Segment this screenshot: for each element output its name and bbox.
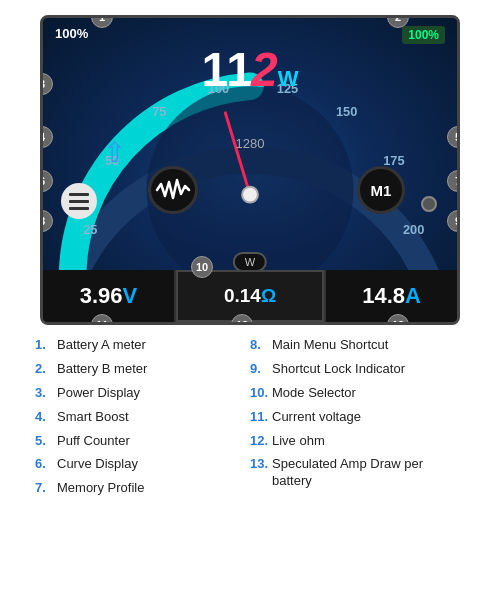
device-display: 25 50 75 100 125 150 175 200 0 100% 100%… [40,15,460,325]
labels-right-column: 8.Main Menu Shortcut9.Shortcut Lock Indi… [250,337,465,504]
label-text: Speculated Amp Draw per battery [272,456,465,490]
mode-selector[interactable]: W [233,252,267,272]
label-item-right-10: 10.Mode Selector [250,385,465,402]
ohm-unit: Ω [261,285,276,307]
shortcut-lock-indicator [421,196,437,212]
svg-text:75: 75 [152,104,166,119]
label-text: Live ohm [272,433,325,450]
svg-point-11 [242,187,258,203]
voltage-display: 3.96V [43,270,174,322]
memory-profile-button[interactable]: M1 [357,166,405,214]
battery-b-value: 100% [408,28,439,42]
battery-b-display: 100% [402,26,445,44]
label-text: Battery B meter [57,361,147,378]
label-item-left-4: 4.Smart Boost [35,409,250,426]
watt-lightning: 2 [251,46,276,94]
label-item-right-11: 11.Current voltage [250,409,465,426]
label-text: Shortcut Lock Indicator [272,361,405,378]
label-text: Puff Counter [57,433,130,450]
watt-unit: W [278,66,299,92]
ohm-display: 0.14Ω [176,270,324,322]
label-text: Mode Selector [272,385,356,402]
label-item-left-7: 7.Memory Profile [35,480,250,497]
label-number: 5. [35,433,57,450]
amp-display: 14.8A [326,270,457,322]
menu-line-2 [69,200,89,203]
label-item-right-9: 9.Shortcut Lock Indicator [250,361,465,378]
label-number: 9. [250,361,272,378]
label-item-left-6: 6.Curve Display [35,456,250,473]
label-item-left-3: 3.Power Display [35,385,250,402]
label-text: Power Display [57,385,140,402]
label-item-left-5: 5.Puff Counter [35,433,250,450]
main-menu-shortcut-button[interactable] [61,183,97,219]
label-text: Main Menu Shortcut [272,337,388,354]
label-number: 3. [35,385,57,402]
amp-value: 14.8 [362,283,405,309]
label-number: 8. [250,337,272,354]
voltage-unit: V [123,283,138,309]
labels-left-column: 1.Battery A meter2.Battery B meter3.Powe… [35,337,250,504]
label-text: Current voltage [272,409,361,426]
curve-display-button[interactable] [148,166,198,214]
wave-icon [155,176,191,204]
voltage-value: 3.96 [80,283,123,309]
svg-text:200: 200 [403,222,424,237]
label-text: Memory Profile [57,480,144,497]
puff-count-value: 1280 [236,136,265,151]
label-number: 6. [35,456,57,473]
battery-a-value: 100% [55,26,88,41]
label-item-right-12: 12.Live ohm [250,433,465,450]
label-text: Battery A meter [57,337,146,354]
label-number: 13. [250,456,272,473]
label-text: Smart Boost [57,409,129,426]
puff-counter-display: 1280 [236,136,265,151]
label-number: 1. [35,337,57,354]
svg-text:150: 150 [336,104,357,119]
label-item-left-1: 1.Battery A meter [35,337,250,354]
svg-text:25: 25 [83,222,97,237]
label-number: 10. [250,385,272,402]
watt-number: 11 [202,46,251,94]
amp-unit: A [405,283,421,309]
label-number: 2. [35,361,57,378]
label-number: 7. [35,480,57,497]
page-container: 25 50 75 100 125 150 175 200 0 100% 100%… [0,0,500,614]
label-number: 11. [250,409,272,426]
annotation-10: 10 [191,256,213,278]
ohm-value: 0.14 [224,285,261,307]
label-item-right-8: 8.Main Menu Shortcut [250,337,465,354]
menu-line-1 [69,193,89,196]
label-number: 12. [250,433,272,450]
watt-display: 11 2 W [202,46,299,94]
mode-selector-label: W [245,256,255,268]
labels-section: 1.Battery A meter2.Battery B meter3.Powe… [15,325,485,504]
label-item-left-2: 2.Battery B meter [35,361,250,378]
smart-boost-icon: ⇧ [103,136,126,169]
mode-label: M1 [371,182,392,199]
menu-line-3 [69,207,89,210]
battery-a-display: 100% [55,26,88,41]
label-text: Curve Display [57,456,138,473]
label-item-right-13: 13.Speculated Amp Draw per battery [250,456,465,490]
label-number: 4. [35,409,57,426]
